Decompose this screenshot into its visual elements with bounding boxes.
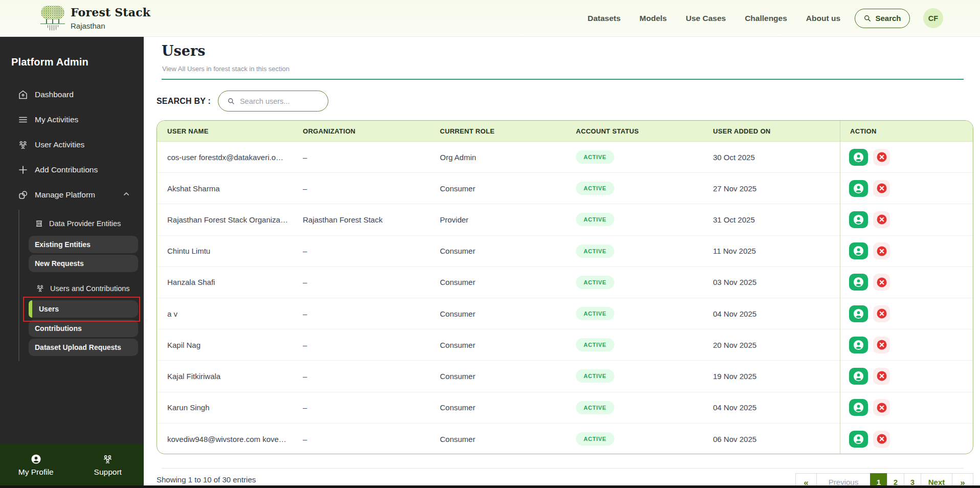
sidebar: Platform Admin Dashboard My Activities U… (0, 37, 144, 488)
deactivate-user-button[interactable] (873, 337, 890, 353)
cell-account-status: ACTIVE (566, 338, 703, 351)
cell-actions (840, 337, 973, 353)
view-user-button[interactable] (849, 274, 868, 291)
view-user-button[interactable] (849, 211, 868, 228)
sidebar-item-users[interactable]: Users (29, 300, 138, 318)
deactivate-user-button[interactable] (873, 211, 890, 228)
deactivate-user-button[interactable] (873, 305, 890, 322)
user-icon (853, 245, 864, 257)
table-row: Kajal Fitkiriwala – Consumer ACTIVE 19 N… (157, 361, 973, 392)
sidebar-item-my-activities[interactable]: My Activities (17, 113, 78, 126)
sidebar-item-user-activities[interactable]: User Activities (17, 138, 84, 151)
cell-account-status: ACTIVE (566, 401, 703, 414)
chevron-up-icon[interactable] (123, 190, 130, 197)
cell-account-status: ACTIVE (566, 432, 703, 446)
app-window: Forest Stack Rajasthan Datasets Models U… (0, 0, 980, 488)
search-users-input[interactable] (240, 97, 317, 105)
view-user-button[interactable] (849, 180, 868, 197)
view-user-button[interactable] (849, 337, 868, 353)
x-circle-icon (876, 339, 887, 350)
deactivate-user-button[interactable] (873, 149, 890, 166)
cell-user-added-on: 19 Nov 2025 (703, 372, 840, 381)
support-button[interactable]: Support (72, 444, 144, 486)
brand-title: Forest Stack (71, 6, 150, 19)
sidebar-item-dataset-upload-requests[interactable]: Dataset Upload Requests (29, 339, 138, 356)
nav-models[interactable]: Models (639, 14, 666, 23)
cell-organization: – (293, 372, 430, 381)
sidebar-item-existing-entities[interactable]: Existing Entities (29, 236, 138, 253)
sidebar-item-data-provider-entities[interactable]: Data Provider Entities (35, 219, 121, 228)
sidebar-footer-dock: My Profile Support (0, 444, 144, 486)
col-current-role: CURRENT ROLE (430, 127, 566, 135)
deactivate-user-button[interactable] (873, 431, 890, 448)
nav-about-us[interactable]: About us (806, 14, 840, 23)
table-body: cos-user forestdx@datakaveri.o… – Org Ad… (157, 142, 973, 454)
sidebar-item-contributions[interactable]: Contributions (29, 320, 138, 337)
cell-current-role: Consumer (430, 309, 566, 318)
page-subtitle: View All Users in forest stack in this s… (162, 65, 289, 73)
user-search-field[interactable] (218, 91, 328, 112)
my-profile-button[interactable]: My Profile (0, 444, 72, 486)
sidebar-item-users-and-contributions[interactable]: Users and Contributions (36, 284, 130, 293)
view-user-button[interactable] (849, 368, 868, 385)
cell-user-added-on: 06 Nov 2025 (703, 435, 840, 443)
cell-user-added-on: 27 Nov 2025 (703, 184, 840, 193)
view-user-button[interactable] (849, 242, 868, 259)
cell-user-name: a v (157, 309, 293, 318)
cell-organization: – (293, 153, 430, 162)
view-user-button[interactable] (849, 399, 868, 416)
table-row: Kapil Nag – Consumer ACTIVE 20 Nov 2025 (157, 329, 973, 361)
window-bottom-edge (0, 485, 980, 488)
users-group-icon (36, 284, 45, 293)
cell-current-role: Org Admin (430, 153, 566, 162)
cell-actions (840, 305, 973, 322)
status-badge: ACTIVE (576, 307, 614, 320)
x-circle-icon (876, 246, 887, 257)
cell-actions (840, 368, 973, 385)
status-badge: ACTIVE (576, 338, 614, 351)
search-by-label: SEARCH BY : (157, 97, 211, 106)
cell-organization: – (293, 341, 430, 349)
avatar[interactable]: CF (923, 8, 943, 28)
view-user-button[interactable] (849, 305, 868, 322)
global-search-button[interactable]: Search (855, 9, 910, 28)
col-user-name: USER NAME (157, 127, 293, 135)
cell-actions (840, 211, 973, 228)
deactivate-user-button[interactable] (873, 242, 890, 259)
cell-account-status: ACTIVE (566, 276, 703, 289)
view-user-button[interactable] (849, 149, 868, 166)
sidebar-item-dashboard[interactable]: Dashboard (17, 88, 74, 101)
cell-organization: – (293, 278, 430, 286)
sidebar-item-add-contributions[interactable]: Add Contributions (17, 163, 98, 176)
sidebar-item-new-requests[interactable]: New Requests (29, 255, 138, 272)
cell-user-name: kovediw948@wivstore.com kove… (157, 435, 293, 443)
cell-user-added-on: 11 Nov 2025 (703, 247, 840, 255)
active-item-accent (29, 300, 32, 318)
brand[interactable]: Forest Stack Rajasthan (40, 5, 150, 32)
top-bar: Forest Stack Rajasthan Datasets Models U… (0, 0, 980, 37)
nav-datasets[interactable]: Datasets (588, 14, 621, 23)
nav-challenges[interactable]: Challenges (745, 14, 787, 23)
deactivate-user-button[interactable] (873, 180, 890, 197)
cell-account-status: ACTIVE (566, 307, 703, 320)
user-icon (853, 276, 864, 288)
cell-organization: – (293, 403, 430, 412)
cell-organization: – (293, 435, 430, 443)
table-row: Hanzala Shafi – Consumer ACTIVE 03 Nov 2… (157, 267, 973, 298)
view-user-button[interactable] (849, 431, 868, 448)
sidebar-item-manage-platform[interactable]: Manage Platform (17, 188, 95, 202)
search-icon (863, 14, 872, 23)
deactivate-user-button[interactable] (873, 274, 890, 291)
cell-current-role: Provider (430, 215, 566, 224)
status-badge: ACTIVE (576, 276, 614, 289)
user-icon (853, 214, 864, 226)
x-circle-icon (876, 402, 887, 413)
deactivate-user-button[interactable] (873, 368, 890, 385)
user-icon (853, 339, 864, 351)
nav-use-cases[interactable]: Use Cases (686, 14, 726, 23)
brand-subtitle: Rajasthan (71, 21, 150, 30)
cell-organization: – (293, 247, 430, 255)
plus-icon (17, 165, 28, 175)
table-row: cos-user forestdx@datakaveri.o… – Org Ad… (157, 142, 973, 173)
deactivate-user-button[interactable] (873, 399, 890, 416)
